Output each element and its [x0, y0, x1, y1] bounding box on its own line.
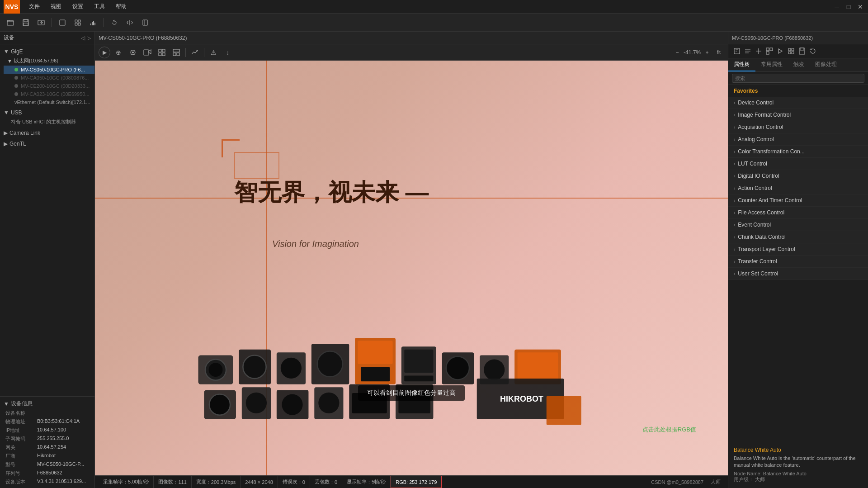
tab-property-tree[interactable]: 属性树: [728, 58, 755, 71]
zoom-out-button[interactable]: −: [673, 48, 682, 57]
usb-header[interactable]: ▼ USB: [0, 108, 94, 117]
histogram-button[interactable]: [86, 16, 100, 29]
export-button[interactable]: [34, 16, 48, 29]
property-search: [728, 72, 868, 85]
grid-view-2-button[interactable]: [170, 46, 183, 59]
svg-rect-2: [24, 19, 28, 22]
image-notification2[interactable]: 点击此处根据RGB值: [642, 426, 696, 434]
chart-button[interactable]: [189, 46, 201, 59]
cameralink-header[interactable]: ▶ Camera Link: [0, 128, 94, 137]
book-button[interactable]: [138, 16, 152, 29]
ethernet-header[interactable]: ▼ 以太网[10.64.57.96]: [4, 56, 94, 66]
status-fps: 采集帧率： 5.00帧/秒: [99, 476, 154, 488]
device-item-1[interactable]: MV-CA050-10GC (00800876...: [4, 74, 94, 82]
rp-tool-refresh[interactable]: [808, 46, 818, 56]
grid-view-button[interactable]: [156, 46, 168, 59]
menu-tools[interactable]: 工具: [92, 2, 107, 11]
crosshair-rect: [234, 152, 279, 179]
sidebar-tools: ◁ ▷: [81, 35, 91, 41]
lut-chevron: ›: [734, 161, 735, 166]
settings-down-button[interactable]: ↓: [222, 46, 234, 59]
prop-section-userset-header[interactable]: › User Set Control: [728, 268, 868, 280]
property-search-input[interactable]: [732, 74, 864, 83]
gige-chevron: ▼: [4, 48, 9, 55]
rotate-button[interactable]: [108, 16, 121, 29]
device-info-header[interactable]: ▼ 设备信息: [0, 398, 94, 409]
open-folder-button[interactable]: [4, 16, 17, 29]
close-button[interactable]: ✕: [856, 3, 864, 11]
svg-rect-24: [177, 53, 179, 56]
prop-section-event: › Event Control: [728, 219, 868, 231]
multi-view-button[interactable]: [71, 16, 85, 29]
tab-trigger[interactable]: 触发: [788, 58, 810, 71]
prop-section-lut-header[interactable]: › LUT Control: [728, 158, 868, 170]
rp-tool-2[interactable]: [743, 46, 753, 56]
capture-button[interactable]: [127, 46, 139, 59]
device-item-0[interactable]: MV-CS050-10GC-PRO (F6...: [4, 66, 94, 74]
prop-section-image-format-header[interactable]: › Image Format Control: [728, 109, 868, 121]
status-lost-value: 0: [335, 479, 337, 485]
gige-header[interactable]: ▼ GigE: [0, 47, 94, 56]
toolbar-sep-1: [52, 18, 52, 27]
rp-tool-6[interactable]: [786, 46, 796, 56]
rp-tool-3[interactable]: [754, 46, 764, 56]
svg-rect-5: [60, 20, 65, 25]
crosshair-button[interactable]: ⊕: [112, 46, 125, 59]
prop-section-transfer-header[interactable]: › Transfer Control: [728, 256, 868, 267]
device-item-3[interactable]: MV-CA023-10GC (00E69950...: [4, 90, 94, 98]
prop-section-analog-header[interactable]: › Analog Control: [728, 133, 868, 145]
prop-section-counter-timer-header[interactable]: › Counter And Timer Control: [728, 194, 868, 206]
device-item-2[interactable]: MV-CE200-10GC (00D20333...: [4, 82, 94, 90]
zoom-in-button[interactable]: +: [703, 48, 712, 57]
prop-section-event-header[interactable]: › Event Control: [728, 219, 868, 231]
gentl-header[interactable]: ▶ GenTL: [0, 139, 94, 148]
menu-file[interactable]: 文件: [27, 2, 42, 11]
single-view-button[interactable]: [56, 16, 69, 29]
svg-point-34: [317, 351, 343, 376]
tab-common-props[interactable]: 常用属性: [755, 58, 788, 71]
tab-image-process[interactable]: 图像处理: [810, 58, 842, 71]
minimize-button[interactable]: ─: [833, 3, 841, 11]
prop-section-digital-io-header[interactable]: › Digital IO Control: [728, 170, 868, 182]
maximize-button[interactable]: □: [844, 3, 853, 11]
info-label-4: 网关: [5, 444, 37, 451]
prop-section-transport-header[interactable]: › Transport Layer Control: [728, 243, 868, 255]
mirror-button[interactable]: [123, 16, 137, 29]
menu-settings[interactable]: 设置: [71, 2, 85, 11]
sidebar-tool-1[interactable]: ◁: [81, 35, 85, 41]
prop-section-lut: › LUT Control: [728, 158, 868, 170]
rp-tool-4[interactable]: [764, 46, 774, 56]
sidebar-header: 设备 ◁ ▷: [0, 32, 94, 44]
video-button[interactable]: [141, 46, 154, 59]
info-row-7: 序列号 F68850632: [0, 469, 94, 478]
device-item-4[interactable]: vEthernet (Default Switch)[172.1...: [4, 98, 94, 106]
sidebar-tool-2[interactable]: ▷: [87, 35, 91, 41]
prop-section-chunk-header[interactable]: › Chunk Data Control: [728, 231, 868, 243]
prop-section-file-access-header[interactable]: › File Access Control: [728, 207, 868, 218]
warning-button[interactable]: ⚠: [207, 46, 220, 59]
save-button[interactable]: [19, 16, 33, 29]
prop-section-acquisition-header[interactable]: › Acquisition Control: [728, 121, 868, 133]
prop-section-acquisition: › Acquisition Control: [728, 121, 868, 133]
svg-rect-9: [78, 23, 80, 25]
prop-section-action-header[interactable]: › Action Control: [728, 182, 868, 194]
menu-help[interactable]: 帮助: [114, 2, 128, 11]
usb-chevron: ▼: [4, 109, 9, 116]
prop-info-title: Balance White Auto: [734, 447, 863, 453]
rp-tool-save[interactable]: [797, 46, 807, 56]
status-resolution-value: 2448 × 2048: [245, 479, 273, 485]
rp-tool-5[interactable]: [775, 46, 785, 56]
info-label-6: 型号: [5, 461, 37, 468]
zoom-fit-button[interactable]: fit: [713, 48, 724, 57]
menu-view[interactable]: 视图: [49, 2, 63, 11]
prop-section-device-control-header[interactable]: › Device Control: [728, 97, 868, 109]
svg-rect-20: [159, 53, 161, 56]
status-frames-label: 图像数：: [158, 479, 178, 485]
play-button[interactable]: ▶: [99, 47, 110, 58]
prop-section-color-transform-header[interactable]: › Color Transformation Con...: [728, 146, 868, 157]
usb-item-0[interactable]: 符合 USB xHCI 的主机控制器: [0, 117, 94, 127]
rp-tool-1[interactable]: [732, 46, 742, 56]
status-fps-label: 采集帧率：: [103, 479, 128, 485]
favorites-header: Favorites: [728, 85, 868, 97]
prop-info-level: 用户级： 大师: [734, 476, 863, 483]
